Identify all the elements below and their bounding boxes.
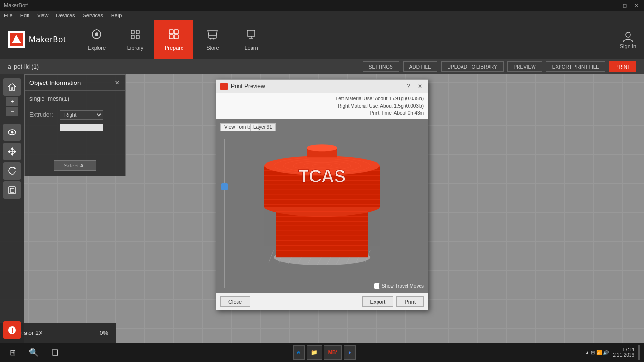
logo-area: MakerBot: [8, 31, 66, 48]
nav-explore[interactable]: Explore: [77, 20, 116, 59]
titlebar-right: — ◻ ✕: [609, 1, 640, 9]
menu-view[interactable]: View: [37, 13, 49, 18]
nav-prepare[interactable]: Prepare: [154, 20, 193, 59]
taskbar-app-explorer[interactable]: 📁: [307, 345, 322, 360]
svg-rect-7: [136, 35, 139, 39]
svg-rect-6: [131, 35, 134, 39]
nav-library[interactable]: Library: [116, 20, 154, 59]
maximize-button[interactable]: ◻: [621, 1, 629, 9]
signin-area[interactable]: Sign In: [620, 30, 636, 49]
layer-track[interactable]: [224, 139, 225, 288]
dialog-title-left: Print Preview: [220, 83, 265, 90]
task-view-button[interactable]: ❑: [46, 345, 64, 360]
print-dialog-button[interactable]: Print: [396, 296, 424, 307]
tabbar: a_pot-lid (1) SETTINGS ADD FILE UPLOAD T…: [0, 59, 644, 74]
taskbar-left: ⊞ 🔍 ❑: [4, 345, 64, 360]
travel-moves-row: Show Travel Moves: [374, 283, 424, 289]
preview-button[interactable]: PREVIEW: [507, 61, 542, 72]
menu-file[interactable]: File: [4, 13, 13, 18]
close-button[interactable]: ✕: [632, 1, 640, 9]
dialog-logo: [220, 83, 228, 90]
app-title: MakerBot*: [4, 2, 28, 8]
show-desktop-button[interactable]: [638, 345, 640, 360]
titlebar: MakerBot* — ◻ ✕: [0, 0, 644, 11]
right-material-text: Right Material Use: About 1.5g (0.003lb): [336, 102, 424, 110]
show-travel-moves-checkbox[interactable]: [374, 283, 380, 289]
svg-point-12: [210, 38, 212, 40]
main-content: + −: [0, 74, 644, 343]
prepare-icon: [168, 28, 180, 43]
taskbar-app-makerbot[interactable]: MB*: [324, 345, 342, 360]
dialog-close-button[interactable]: ✕: [416, 83, 424, 90]
preview-info-bar: Left Material Use: About 15.91g (0.035lb…: [216, 93, 428, 119]
menubar: File Edit View Devices Services Help: [0, 11, 644, 20]
tab-title: a_pot-lid (1): [8, 63, 39, 70]
toolbar: MakerBot Explore Library: [0, 20, 644, 59]
tab-actions: SETTINGS ADD FILE UPLOAD TO LIBRARY PREV…: [363, 61, 636, 72]
explore-icon: [91, 28, 102, 43]
logo-text: MakerBot: [29, 35, 66, 44]
signin-label: Sign In: [620, 43, 636, 49]
taskbar-app-chrome[interactable]: ●: [344, 345, 356, 360]
dialog-title-right: ? ✕: [405, 83, 424, 90]
svg-point-115: [307, 144, 337, 151]
svg-rect-9: [174, 30, 178, 34]
logo-icon: [8, 31, 25, 48]
print-time-text: Print Time: About 0h 43m: [336, 110, 424, 117]
canvas-area[interactable]: + −: [0, 74, 644, 343]
search-button[interactable]: 🔍: [25, 345, 42, 360]
svg-text:TCAS: TCAS: [298, 167, 346, 186]
left-material-text: Left Material Use: About 15.91g (0.035lb…: [336, 95, 424, 102]
taskbar-app-edge[interactable]: e: [293, 345, 305, 360]
preview-canvas: View from top Layer 91: [216, 119, 428, 293]
layer-slider-container: [220, 139, 229, 288]
svg-rect-14: [247, 30, 255, 36]
dialog-help-button[interactable]: ?: [405, 83, 412, 90]
layer-handle[interactable]: [221, 183, 228, 190]
svg-line-73: [269, 250, 274, 262]
library-label: Library: [127, 45, 144, 51]
dialog-footer: Close Export Print: [216, 293, 428, 310]
layer-display: Layer 91: [250, 123, 276, 131]
nav-store[interactable]: Store: [193, 20, 232, 59]
dialog-btn-group: Export Print: [362, 296, 424, 307]
svg-rect-11: [174, 35, 178, 39]
export-print-file-button[interactable]: EXPORT PRINT FILE: [546, 61, 605, 72]
svg-rect-10: [169, 35, 173, 39]
time-display: 17:14: [613, 347, 635, 352]
explore-label: Explore: [88, 45, 106, 51]
svg-point-15: [626, 32, 630, 37]
menu-help[interactable]: Help: [111, 13, 122, 18]
print-preview-overlay: Print Preview ? ✕ Left Material Use: Abo…: [0, 74, 644, 343]
svg-rect-4: [131, 30, 134, 34]
taskbar: ⊞ 🔍 ❑ e 📁 MB* ● ▲ ⊟ 📶 🔊 17:14 2.11.2016: [0, 343, 644, 362]
learn-icon: [245, 28, 257, 43]
minimize-button[interactable]: —: [609, 1, 617, 9]
dialog-title-text: Print Preview: [231, 83, 265, 90]
nav-learn[interactable]: Learn: [232, 20, 270, 59]
store-icon: [207, 28, 218, 43]
show-travel-moves-label: Show Travel Moves: [382, 283, 424, 289]
library-icon: [129, 28, 141, 43]
taskbar-right: ▲ ⊟ 📶 🔊 17:14 2.11.2016: [585, 345, 640, 360]
preview-model-svg: TCAS: [245, 134, 399, 284]
print-preview-dialog: Print Preview ? ✕ Left Material Use: Abo…: [216, 79, 428, 310]
svg-point-13: [213, 38, 215, 40]
print-button[interactable]: PRINT: [609, 61, 636, 72]
export-button[interactable]: Export: [362, 296, 394, 307]
svg-rect-5: [136, 30, 139, 34]
upload-to-library-button[interactable]: UPLOAD TO LIBRARY: [441, 61, 504, 72]
clock: 17:14 2.11.2016: [613, 347, 635, 358]
menu-edit[interactable]: Edit: [20, 13, 29, 18]
date-display: 2.11.2016: [613, 352, 635, 358]
taskbar-center: e 📁 MB* ●: [293, 345, 356, 360]
start-button[interactable]: ⊞: [4, 345, 21, 360]
settings-button[interactable]: SETTINGS: [363, 61, 399, 72]
svg-point-3: [95, 33, 98, 36]
store-label: Store: [206, 45, 219, 51]
menu-services[interactable]: Services: [83, 13, 103, 18]
menu-devices[interactable]: Devices: [56, 13, 75, 18]
close-dialog-button[interactable]: Close: [220, 296, 250, 307]
add-file-button[interactable]: ADD FILE: [403, 61, 437, 72]
learn-label: Learn: [244, 45, 258, 51]
